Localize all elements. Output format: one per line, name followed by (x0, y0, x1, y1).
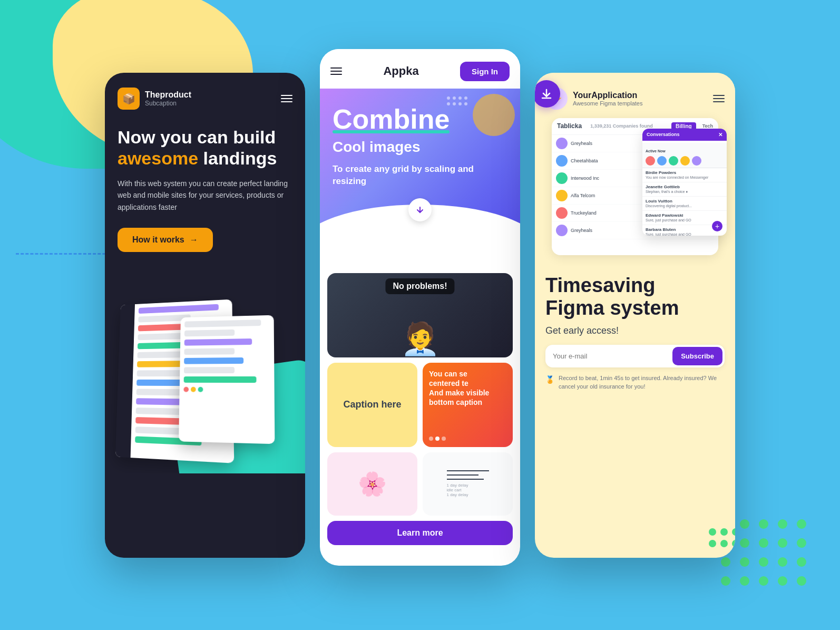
conversations-title: Conversations (647, 132, 680, 137)
you-can-text: You can secentered teAnd make visiblebot… (429, 369, 506, 408)
phone-2-learn-more-area: Learn more (320, 521, 520, 553)
no-problems-label: No problems! (393, 282, 447, 290)
phone-3-brand: YourApplication (573, 91, 642, 100)
phone-3-sub: Get early access! (545, 325, 725, 336)
chat-text: Stephan, that's a choice ♦ (646, 189, 724, 194)
phone-3-header: ⚡ YourApplication Awesome Figma template… (535, 73, 735, 118)
phone-3-logo-text: YourApplication Awesome Figma templates (573, 91, 642, 106)
phone-3-logo: ⚡ YourApplication Awesome Figma template… (545, 88, 642, 110)
hero-headline: Now you can build awesome landings (118, 127, 292, 170)
phone-1-header: 📦 Theproduct Subcaption (105, 73, 305, 118)
subscribe-button[interactable]: Subscribe (672, 347, 722, 365)
signin-button[interactable]: Sign In (460, 62, 510, 81)
logo-icon: 📦 (118, 88, 140, 110)
chat-text: Discovering digital product... (646, 203, 724, 208)
phone-1: 📦 Theproduct Subcaption Now you can buil… (105, 73, 305, 558)
chat-overlay: Conversations ✕ Active Now (642, 129, 727, 236)
headline-highlight: awesome (118, 148, 198, 168)
hero-combine: Combine (333, 104, 507, 134)
phone-2-bottom-grid: 🌸 1 day delay idle cart 1 day delay (320, 447, 520, 521)
award-icon: 🏅 (545, 374, 554, 385)
hero-cool-images: Cool images (333, 139, 507, 156)
how-it-works-label: How it works (132, 235, 184, 245)
headline-line1: Timesaving (545, 274, 655, 296)
email-form: Subscribe (545, 345, 725, 367)
headline-line2: Figma system (545, 297, 679, 319)
chat-text: Sure, just purchase and GO (646, 218, 724, 222)
trust-section: 🏅 Record to beat, 1min 45s to get insure… (545, 374, 725, 391)
phone-3-headline: Timesaving Figma system (545, 274, 725, 320)
caption-card: Caption here (327, 363, 417, 447)
hero-sub: To create any grid by scaling and resizi… (333, 163, 507, 188)
avatar (556, 190, 568, 201)
scroll-button[interactable] (408, 198, 432, 221)
screenshot-mock-2 (179, 315, 275, 444)
phone-2-hamburger[interactable] (330, 67, 342, 75)
no-problems-card: 🧑‍💼 No problems! (327, 273, 513, 357)
sketch-card: 1 day delay idle cart 1 day delay (423, 452, 513, 516)
screenshot-wrapper: Tablicka 1,339,231 Companies found Billi… (543, 118, 727, 255)
phone-3-content: Timesaving Figma system Get early access… (535, 264, 735, 400)
learn-more-button[interactable]: Learn more (327, 521, 513, 545)
phone-3-hamburger[interactable] (713, 95, 725, 102)
active-avatar (680, 156, 690, 166)
phone-2-brand-name: Appka (383, 64, 418, 78)
trust-text: Record to beat, 1min 45s to get insured.… (559, 374, 725, 391)
active-avatars (646, 156, 724, 166)
phone-2-grid: 🧑‍💼 No problems! Caption here You can se… (320, 268, 520, 447)
avatar (556, 155, 568, 167)
arrow-icon: → (190, 235, 198, 245)
phones-wrapper: 📦 Theproduct Subcaption Now you can buil… (105, 65, 735, 566)
email-input[interactable] (553, 352, 672, 360)
chat-name: Edward Pawlowski (646, 213, 724, 218)
combine-text: Combine (333, 104, 450, 134)
brand-name: Theproduct (145, 90, 191, 100)
chat-text: You are now connected on Messenger (646, 175, 724, 180)
hero-description: With this web system you can create perf… (118, 178, 292, 213)
phone-2: Appka Sign In Combine Cool images To cre… (320, 49, 520, 566)
active-avatar (646, 156, 655, 166)
active-avatar (692, 156, 701, 166)
companies-found: 1,339,231 Companies found (590, 123, 667, 129)
brand-sub: Subcaption (145, 100, 191, 107)
active-now-section: Active Now (642, 143, 727, 168)
add-button[interactable]: + (712, 221, 722, 231)
headline-line3: landings (203, 148, 277, 168)
chat-message: Jeanette Gottlieb Stephan, that's a choi… (642, 182, 727, 197)
logo-text: Theproduct Subcaption (145, 90, 191, 107)
phone-2-header: Appka Sign In (320, 49, 520, 89)
avatar (556, 225, 568, 236)
avatar (556, 207, 568, 219)
flower-card: 🌸 (327, 452, 417, 516)
chat-name: Birdie Powders (646, 170, 724, 175)
green-dots-decoration (709, 528, 735, 547)
active-avatar (657, 156, 667, 166)
phone-1-hero: Now you can build awesome landings With … (105, 118, 305, 263)
hamburger-menu[interactable] (281, 95, 292, 102)
chat-header: Conversations ✕ (642, 129, 727, 141)
chat-name: Louis Vuitton (646, 199, 724, 203)
active-avatar (669, 156, 678, 166)
phone-1-logo: 📦 Theproduct Subcaption (118, 88, 191, 110)
chat-messages: Active Now Birdie Powders You are now co… (642, 141, 727, 236)
avatar (556, 138, 568, 149)
chat-name: Jeanette Gottlieb (646, 185, 724, 189)
phone-2-hero: Combine Cool images To create any grid b… (320, 89, 520, 268)
screenshot-area: Paste on image (105, 273, 305, 473)
phone-3-subcaption: Awesome Figma templates (573, 100, 642, 106)
phone-3: ⚡ YourApplication Awesome Figma template… (535, 73, 735, 558)
chat-message: Louis Vuitton Discovering digital produc… (642, 197, 727, 211)
how-it-works-button[interactable]: How it works → (118, 228, 213, 252)
chat-message: Birdie Powders You are now connected on … (642, 168, 727, 182)
avatar (556, 172, 568, 184)
phone-2-brand: Appka (383, 64, 418, 78)
you-can-card: You can secentered teAnd make visiblebot… (423, 363, 513, 447)
table-title: Tablicka (557, 122, 582, 130)
caption-text: Caption here (338, 394, 406, 415)
chat-text: Sure, just purchase and GO (646, 232, 724, 236)
headline-line1: Now you can build (118, 127, 276, 147)
